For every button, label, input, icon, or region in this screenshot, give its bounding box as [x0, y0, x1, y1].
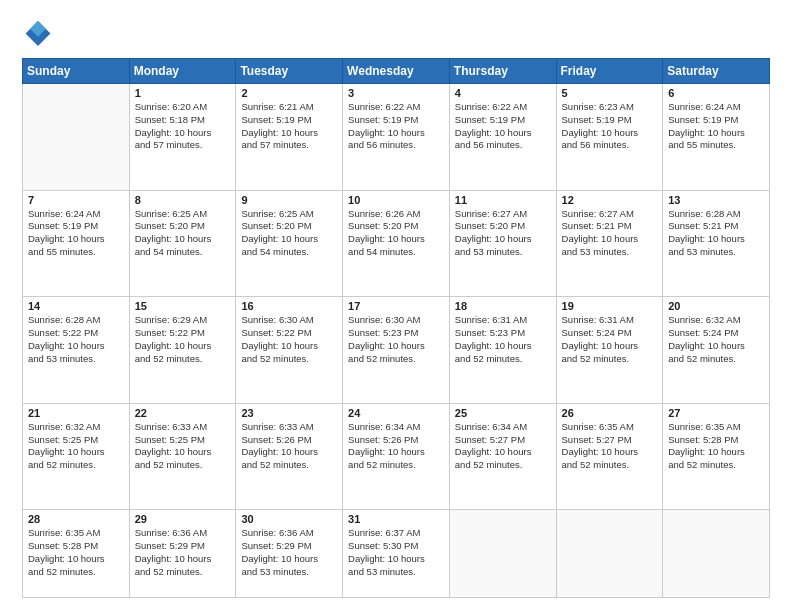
- day-number: 20: [668, 300, 764, 312]
- calendar-week-4: 21Sunrise: 6:32 AMSunset: 5:25 PMDayligh…: [23, 403, 770, 510]
- cell-content: Sunrise: 6:37 AMSunset: 5:30 PMDaylight:…: [348, 527, 444, 578]
- calendar-cell: 16Sunrise: 6:30 AMSunset: 5:22 PMDayligh…: [236, 297, 343, 404]
- cell-line: and 56 minutes.: [455, 139, 523, 150]
- cell-line: Daylight: 10 hours: [241, 446, 318, 457]
- day-number: 31: [348, 513, 444, 525]
- day-number: 5: [562, 87, 658, 99]
- cell-content: Sunrise: 6:27 AMSunset: 5:21 PMDaylight:…: [562, 208, 658, 259]
- cell-content: Sunrise: 6:25 AMSunset: 5:20 PMDaylight:…: [241, 208, 337, 259]
- cell-line: Sunset: 5:19 PM: [455, 114, 525, 125]
- header: [22, 18, 770, 50]
- cell-line: Sunrise: 6:33 AM: [241, 421, 313, 432]
- day-number: 17: [348, 300, 444, 312]
- cell-line: and 52 minutes.: [28, 459, 96, 470]
- cell-line: Sunrise: 6:27 AM: [562, 208, 634, 219]
- calendar-cell: 2Sunrise: 6:21 AMSunset: 5:19 PMDaylight…: [236, 84, 343, 191]
- cell-line: Daylight: 10 hours: [455, 233, 532, 244]
- cell-line: and 52 minutes.: [562, 353, 630, 364]
- cell-line: Daylight: 10 hours: [348, 233, 425, 244]
- cell-line: and 53 minutes.: [668, 246, 736, 257]
- cell-line: Sunset: 5:27 PM: [455, 434, 525, 445]
- cell-line: Daylight: 10 hours: [668, 127, 745, 138]
- calendar-cell: [556, 510, 663, 598]
- cell-line: and 57 minutes.: [135, 139, 203, 150]
- cell-content: Sunrise: 6:28 AMSunset: 5:22 PMDaylight:…: [28, 314, 124, 365]
- calendar-header-row: SundayMondayTuesdayWednesdayThursdayFrid…: [23, 59, 770, 84]
- cell-content: Sunrise: 6:32 AMSunset: 5:25 PMDaylight:…: [28, 421, 124, 472]
- cell-line: and 52 minutes.: [668, 459, 736, 470]
- calendar-cell: 18Sunrise: 6:31 AMSunset: 5:23 PMDayligh…: [449, 297, 556, 404]
- calendar-cell: 20Sunrise: 6:32 AMSunset: 5:24 PMDayligh…: [663, 297, 770, 404]
- cell-line: Daylight: 10 hours: [348, 553, 425, 564]
- day-number: 11: [455, 194, 551, 206]
- day-number: 15: [135, 300, 231, 312]
- cell-line: and 52 minutes.: [562, 459, 630, 470]
- cell-line: Sunset: 5:25 PM: [28, 434, 98, 445]
- cell-line: Sunset: 5:19 PM: [668, 114, 738, 125]
- cell-line: Sunset: 5:20 PM: [348, 220, 418, 231]
- calendar-cell: 24Sunrise: 6:34 AMSunset: 5:26 PMDayligh…: [343, 403, 450, 510]
- cell-line: and 53 minutes.: [348, 566, 416, 577]
- cell-line: Sunset: 5:20 PM: [135, 220, 205, 231]
- cell-line: Sunrise: 6:31 AM: [562, 314, 634, 325]
- cell-content: Sunrise: 6:21 AMSunset: 5:19 PMDaylight:…: [241, 101, 337, 152]
- cell-line: Daylight: 10 hours: [455, 446, 532, 457]
- cell-line: Daylight: 10 hours: [562, 233, 639, 244]
- day-number: 22: [135, 407, 231, 419]
- day-number: 27: [668, 407, 764, 419]
- cell-line: Sunset: 5:29 PM: [241, 540, 311, 551]
- calendar-cell: 25Sunrise: 6:34 AMSunset: 5:27 PMDayligh…: [449, 403, 556, 510]
- cell-line: Daylight: 10 hours: [135, 553, 212, 564]
- day-number: 12: [562, 194, 658, 206]
- cell-line: Daylight: 10 hours: [28, 340, 105, 351]
- cell-line: Daylight: 10 hours: [135, 127, 212, 138]
- cell-line: Sunset: 5:19 PM: [241, 114, 311, 125]
- day-number: 7: [28, 194, 124, 206]
- cell-content: Sunrise: 6:26 AMSunset: 5:20 PMDaylight:…: [348, 208, 444, 259]
- cell-line: and 52 minutes.: [28, 566, 96, 577]
- day-number: 13: [668, 194, 764, 206]
- cell-content: Sunrise: 6:35 AMSunset: 5:28 PMDaylight:…: [28, 527, 124, 578]
- day-number: 2: [241, 87, 337, 99]
- day-number: 14: [28, 300, 124, 312]
- cell-line: Sunset: 5:25 PM: [135, 434, 205, 445]
- cell-line: Sunrise: 6:25 AM: [241, 208, 313, 219]
- cell-line: and 53 minutes.: [455, 246, 523, 257]
- cell-line: Sunset: 5:20 PM: [241, 220, 311, 231]
- day-number: 26: [562, 407, 658, 419]
- calendar-cell: 10Sunrise: 6:26 AMSunset: 5:20 PMDayligh…: [343, 190, 450, 297]
- cell-content: Sunrise: 6:32 AMSunset: 5:24 PMDaylight:…: [668, 314, 764, 365]
- cell-line: and 52 minutes.: [455, 459, 523, 470]
- cell-content: Sunrise: 6:36 AMSunset: 5:29 PMDaylight:…: [241, 527, 337, 578]
- cell-content: Sunrise: 6:36 AMSunset: 5:29 PMDaylight:…: [135, 527, 231, 578]
- day-number: 28: [28, 513, 124, 525]
- calendar-cell: 26Sunrise: 6:35 AMSunset: 5:27 PMDayligh…: [556, 403, 663, 510]
- cell-line: Sunset: 5:19 PM: [348, 114, 418, 125]
- cell-line: Sunrise: 6:20 AM: [135, 101, 207, 112]
- page: SundayMondayTuesdayWednesdayThursdayFrid…: [0, 0, 792, 612]
- cell-line: Sunset: 5:19 PM: [562, 114, 632, 125]
- col-header-friday: Friday: [556, 59, 663, 84]
- cell-line: and 52 minutes.: [241, 353, 309, 364]
- day-number: 29: [135, 513, 231, 525]
- cell-line: and 52 minutes.: [348, 459, 416, 470]
- cell-line: and 53 minutes.: [241, 566, 309, 577]
- cell-line: Daylight: 10 hours: [348, 127, 425, 138]
- cell-line: Sunrise: 6:30 AM: [348, 314, 420, 325]
- cell-line: Sunrise: 6:21 AM: [241, 101, 313, 112]
- cell-line: Daylight: 10 hours: [348, 446, 425, 457]
- cell-line: Sunset: 5:20 PM: [455, 220, 525, 231]
- day-number: 18: [455, 300, 551, 312]
- col-header-saturday: Saturday: [663, 59, 770, 84]
- cell-line: Sunrise: 6:29 AM: [135, 314, 207, 325]
- cell-line: and 52 minutes.: [135, 566, 203, 577]
- cell-line: and 54 minutes.: [348, 246, 416, 257]
- cell-line: Sunrise: 6:36 AM: [241, 527, 313, 538]
- calendar-cell: 4Sunrise: 6:22 AMSunset: 5:19 PMDaylight…: [449, 84, 556, 191]
- day-number: 10: [348, 194, 444, 206]
- calendar-cell: 27Sunrise: 6:35 AMSunset: 5:28 PMDayligh…: [663, 403, 770, 510]
- cell-line: and 52 minutes.: [241, 459, 309, 470]
- col-header-thursday: Thursday: [449, 59, 556, 84]
- cell-content: Sunrise: 6:34 AMSunset: 5:27 PMDaylight:…: [455, 421, 551, 472]
- calendar-cell: 8Sunrise: 6:25 AMSunset: 5:20 PMDaylight…: [129, 190, 236, 297]
